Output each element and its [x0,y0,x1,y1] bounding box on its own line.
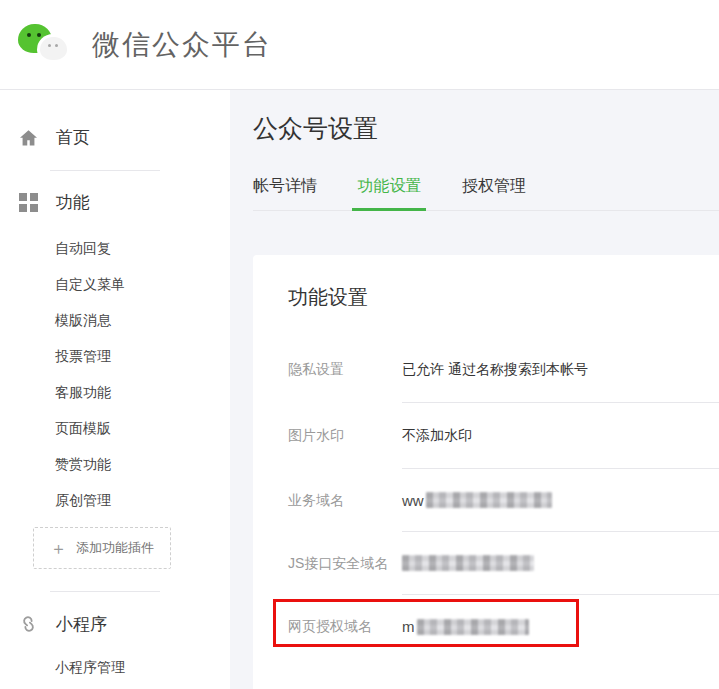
privacy-value: 已允许 通过名称搜索到本帐号 [402,337,719,403]
sidebar: 首页 功能 自动回复 自定义菜单 模版消息 投票管理 客服功能 页面模版 赞赏功… [0,90,230,689]
sidebar-home-label: 首页 [56,126,90,149]
setting-row-js-domain: JS接口安全域名 [288,532,719,595]
grid-icon [18,192,39,214]
add-plugin-label: 添加功能插件 [76,539,154,557]
miniprogram-icon [18,613,39,635]
watermark-value: 不添加水印 [402,403,719,469]
sidebar-item-original-management[interactable]: 原创管理 [55,482,230,518]
js-domain-value [402,532,719,595]
sidebar-item-customer-service[interactable]: 客服功能 [55,374,230,410]
sidebar-item-miniprogram-management[interactable]: 小程序管理 [55,649,230,685]
sidebar-item-reward-feature[interactable]: 赞赏功能 [55,446,230,482]
sidebar-item-page-template[interactable]: 页面模版 [55,410,230,446]
masked-value [417,619,529,635]
business-domain-label: 业务域名 [288,469,402,532]
sidebar-item-home[interactable]: 首页 [18,127,230,148]
tab-authorization-management[interactable]: 授权管理 [457,176,531,211]
sidebar-item-custom-menu[interactable]: 自定义菜单 [55,266,230,302]
oauth-domain-label: 网页授权域名 [288,595,402,658]
masked-value [402,555,534,571]
wechat-bubble-small [40,37,67,60]
sidebar-item-features[interactable]: 功能 [18,192,230,213]
home-icon [18,127,39,149]
sidebar-item-auto-reply[interactable]: 自动回复 [55,230,230,266]
sidebar-divider [50,170,160,171]
sidebar-item-template-message[interactable]: 模版消息 [55,302,230,338]
settings-rows: 隐私设置 已允许 通过名称搜索到本帐号 图片水印 不添加水印 业务域名 ww J… [288,337,719,658]
tab-bar: 帐号详情 功能设置 授权管理 [253,176,719,211]
watermark-label: 图片水印 [288,403,402,469]
oauth-domain-prefix: m [402,618,415,635]
setting-row-watermark: 图片水印 不添加水印 [288,403,719,469]
setting-row-privacy: 隐私设置 已允许 通过名称搜索到本帐号 [288,337,719,403]
setting-row-oauth-domain: 网页授权域名 m [288,595,719,658]
oauth-domain-value: m [402,595,719,658]
privacy-label: 隐私设置 [288,337,402,403]
page-title: 公众号设置 [253,108,719,148]
sidebar-item-vote-management[interactable]: 投票管理 [55,338,230,374]
app-title: 微信公众平台 [92,26,272,64]
plus-icon: ＋ [50,537,67,560]
wechat-logo-icon[interactable] [18,21,76,69]
js-domain-label: JS接口安全域名 [288,532,402,595]
features-submenu: 自动回复 自定义菜单 模版消息 投票管理 客服功能 页面模版 赞赏功能 原创管理 [18,230,230,518]
tab-feature-settings[interactable]: 功能设置 [352,176,426,211]
app-header: 微信公众平台 [0,0,719,90]
add-plugin-button[interactable]: ＋ 添加功能插件 [33,527,171,569]
business-domain-prefix: ww [402,492,424,509]
settings-card: 功能设置 隐私设置 已允许 通过名称搜索到本帐号 图片水印 不添加水印 业务域名… [253,255,719,689]
setting-row-business-domain: 业务域名 ww [288,469,719,532]
tab-account-details[interactable]: 帐号详情 [253,176,322,211]
business-domain-value: ww [402,469,719,532]
card-heading: 功能设置 [288,283,719,311]
sidebar-miniprogram-label: 小程序 [56,613,107,636]
sidebar-features-label: 功能 [56,191,90,214]
main-area: 公众号设置 帐号详情 功能设置 授权管理 功能设置 隐私设置 已允许 通过名称搜… [230,90,719,689]
masked-value [426,492,552,508]
sidebar-divider [50,591,160,592]
sidebar-item-miniprogram[interactable]: 小程序 [18,612,230,636]
